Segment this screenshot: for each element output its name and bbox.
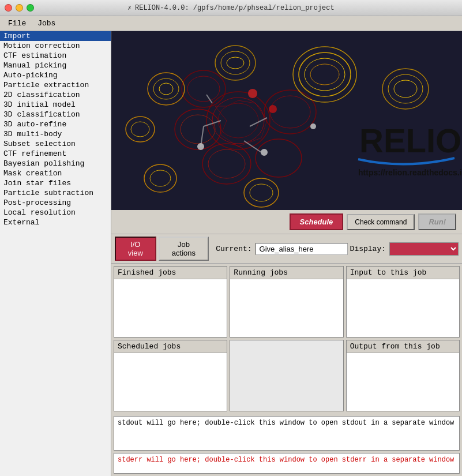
svg-point-27 bbox=[197, 143, 204, 150]
molecule-visualization: RELION https://relion.readthedocs.io bbox=[111, 31, 462, 210]
running-jobs-content[interactable] bbox=[230, 279, 343, 337]
stderr-area[interactable]: stderr will go here; double-click this w… bbox=[114, 453, 460, 474]
output-from-job-panel bbox=[230, 340, 343, 411]
sidebar-item-particle-subtraction[interactable]: Particle subtraction bbox=[0, 188, 111, 198]
maximize-button[interactable] bbox=[27, 4, 34, 12]
image-area: RELION https://relion.readthedocs.io bbox=[111, 31, 462, 210]
scheduled-jobs-content[interactable] bbox=[114, 353, 227, 411]
minimize-button[interactable] bbox=[16, 4, 23, 12]
svg-point-31 bbox=[269, 105, 277, 113]
sidebar-item-particle-extraction[interactable]: Particle extraction bbox=[0, 80, 111, 90]
scheduled-jobs-title: Scheduled jobs bbox=[114, 340, 227, 353]
menu-file[interactable]: File bbox=[2, 18, 32, 29]
running-jobs-title: Running jobs bbox=[230, 267, 343, 279]
tab-bar: I/O view Job actions Current: Display: bbox=[111, 234, 462, 264]
finished-jobs-title: Finished jobs bbox=[114, 267, 227, 279]
menu-bar: File Jobs bbox=[0, 16, 462, 31]
display-section: Display: bbox=[350, 242, 459, 256]
main-layout: Import Motion correction CTF estimation … bbox=[0, 31, 462, 476]
schedule-button[interactable]: Schedule bbox=[290, 213, 344, 230]
window-title: ✗ RELION-4.0.0: /gpfs/home/p/phseal/reli… bbox=[127, 4, 334, 12]
sidebar: Import Motion correction CTF estimation … bbox=[0, 31, 111, 476]
current-job-section: Current: bbox=[216, 243, 347, 255]
sidebar-item-auto-picking[interactable]: Auto-picking bbox=[0, 70, 111, 80]
output-areas: stdout will go here; double-click this w… bbox=[111, 414, 462, 476]
current-label: Current: bbox=[216, 245, 251, 253]
sidebar-item-motion-correction[interactable]: Motion correction bbox=[0, 41, 111, 51]
input-to-job-title: Input to this job bbox=[347, 267, 459, 279]
output-from-job-content[interactable] bbox=[347, 353, 459, 411]
run-button[interactable]: Run! bbox=[418, 213, 456, 230]
sidebar-item-3d-multi-body[interactable]: 3D multi-body bbox=[0, 129, 111, 139]
svg-point-30 bbox=[248, 89, 257, 98]
finished-jobs-panel: Finished jobs bbox=[114, 266, 227, 338]
scheduled-jobs-panel: Scheduled jobs bbox=[114, 340, 227, 411]
title-bar: ✗ RELION-4.0.0: /gpfs/home/p/phseal/reli… bbox=[0, 0, 462, 16]
tab-io-view[interactable]: I/O view bbox=[115, 237, 156, 261]
sidebar-item-subset-selection[interactable]: Subset selection bbox=[0, 139, 111, 149]
sidebar-item-mask-creation[interactable]: Mask creation bbox=[0, 168, 111, 178]
right-panel: RELION https://relion.readthedocs.io Sch… bbox=[111, 31, 462, 476]
window-controls[interactable] bbox=[5, 4, 34, 12]
sidebar-item-ctf-estimation[interactable]: CTF estimation bbox=[0, 51, 111, 61]
sidebar-item-3d-classification[interactable]: 3D classification bbox=[0, 110, 111, 119]
sidebar-item-bayesian-polishing[interactable]: Bayesian polishing bbox=[0, 159, 111, 168]
running-jobs-panel: Running jobs bbox=[230, 266, 343, 338]
sidebar-item-external[interactable]: External bbox=[0, 218, 111, 227]
output-from-job-panel-right: Output from this job bbox=[346, 340, 460, 411]
svg-rect-0 bbox=[111, 31, 462, 210]
jobs-grid: Finished jobs Running jobs Input to this… bbox=[111, 264, 462, 414]
svg-text:https://relion.readthedocs.io: https://relion.readthedocs.io bbox=[358, 168, 462, 177]
output-from-job-title: Output from this job bbox=[347, 340, 459, 353]
sidebar-item-local-resolution[interactable]: Local resolution bbox=[0, 208, 111, 218]
display-label: Display: bbox=[350, 245, 386, 253]
sidebar-item-join-star-files[interactable]: Join star files bbox=[0, 178, 111, 188]
tab-job-actions[interactable]: Job actions bbox=[159, 237, 209, 261]
sidebar-item-manual-picking[interactable]: Manual picking bbox=[0, 61, 111, 70]
close-button[interactable] bbox=[5, 4, 12, 12]
sidebar-item-import[interactable]: Import bbox=[0, 31, 111, 41]
title-icon: ✗ bbox=[127, 4, 132, 12]
input-to-job-content[interactable] bbox=[347, 279, 459, 337]
sidebar-item-post-processing[interactable]: Post-processing bbox=[0, 198, 111, 208]
display-select[interactable] bbox=[389, 242, 459, 256]
current-input[interactable] bbox=[256, 243, 348, 255]
finished-jobs-content[interactable] bbox=[114, 279, 227, 337]
svg-point-28 bbox=[261, 149, 268, 156]
input-to-job-panel: Input to this job bbox=[346, 266, 460, 338]
menu-jobs[interactable]: Jobs bbox=[32, 18, 61, 29]
action-buttons-bar: Schedule Check command Run! bbox=[111, 210, 462, 234]
sidebar-item-ctf-refinement[interactable]: CTF refinement bbox=[0, 149, 111, 159]
sidebar-item-2d-classification[interactable]: 2D classification bbox=[0, 90, 111, 100]
stdout-area[interactable]: stdout will go here; double-click this w… bbox=[114, 416, 460, 451]
svg-point-29 bbox=[310, 123, 316, 129]
sidebar-item-3d-initial-model[interactable]: 3D initial model bbox=[0, 100, 111, 110]
check-command-button[interactable]: Check command bbox=[347, 214, 415, 230]
sidebar-item-3d-auto-refine[interactable]: 3D auto-refine bbox=[0, 119, 111, 129]
svg-text:RELION: RELION bbox=[359, 122, 462, 159]
